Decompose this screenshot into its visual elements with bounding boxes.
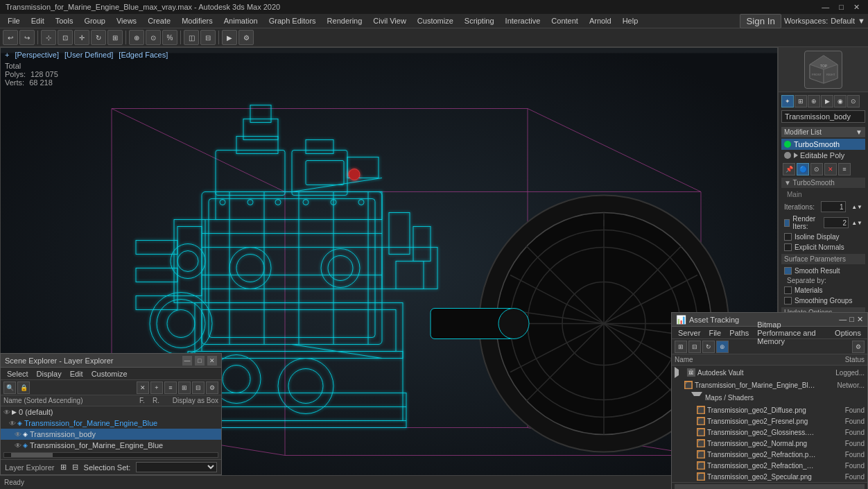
viewport-cube[interactable]: TOP FRONT RIGHT xyxy=(804,51,842,89)
undo-btn[interactable]: ↩ xyxy=(3,30,18,45)
motion-tab[interactable]: ▶ xyxy=(821,95,833,108)
se-menu-display[interactable]: Display xyxy=(33,369,65,379)
modifier-turbosmooth[interactable]: TurboSmooth xyxy=(781,139,865,150)
at-btn5[interactable]: ⚙ xyxy=(852,341,865,353)
se-search-btn[interactable]: 🔍 xyxy=(3,381,16,394)
menu-scripting[interactable]: Scripting xyxy=(460,15,499,26)
utilities-tab[interactable]: ⊙ xyxy=(847,95,860,108)
menu-edit[interactable]: Edit xyxy=(26,15,49,26)
menu-animation[interactable]: Animation xyxy=(219,15,263,26)
at-btn3[interactable]: ↻ xyxy=(702,341,715,353)
se-filter-btn[interactable]: ≡ xyxy=(164,381,177,394)
at-menu-options[interactable]: Options xyxy=(831,328,865,338)
at-row-glossiness[interactable]: ⬛ Transmission_geo2_Glossiness.png Found xyxy=(672,427,867,438)
menu-interactive[interactable]: Interactive xyxy=(501,15,546,26)
se-bottom-icon2[interactable]: ⊟ xyxy=(72,463,78,472)
at-row-fresnel[interactable]: ⬛ Transmission_geo2_Fresnel.png Found xyxy=(672,415,867,427)
menu-arnold[interactable]: Arnold xyxy=(584,15,616,26)
workspace-dropdown-icon[interactable]: ▼ xyxy=(858,17,865,25)
smoothing-groups-checkbox[interactable] xyxy=(784,297,792,304)
close-btn[interactable]: ✕ xyxy=(851,3,862,12)
iterations-spinner[interactable]: ▲▼ xyxy=(851,204,862,210)
at-btn2[interactable]: ⊟ xyxy=(688,341,701,353)
se-row-transmission-body[interactable]: 👁 ◈ Transmission_body xyxy=(1,429,221,440)
align-btn[interactable]: ⊟ xyxy=(200,30,216,45)
at-row-specular[interactable]: ⬛ Transmission_geo2_Specular.png Found xyxy=(672,471,867,482)
se-maximize-btn[interactable]: □ xyxy=(195,356,205,366)
se-row-0-eye[interactable]: 👁 xyxy=(3,409,10,416)
menu-create[interactable]: Create xyxy=(143,15,175,26)
at-row-main-file[interactable]: ⬛ Transmission_for_Marine_Engine_Blue_ma… xyxy=(672,379,867,391)
modifier-list-header[interactable]: Modifier List ▼ xyxy=(781,127,865,137)
at-row-refraction[interactable]: ⬛ Transmission_geo2_Refraction.png Found xyxy=(672,449,867,460)
se-selection-set-dropdown[interactable] xyxy=(136,462,217,472)
se-add-btn[interactable]: + xyxy=(150,381,163,394)
turbosmooth-rollout-header[interactable]: ▼ TurboSmooth xyxy=(781,178,865,188)
se-x-btn[interactable]: ✕ xyxy=(137,381,149,394)
at-maximize-btn[interactable]: □ xyxy=(849,315,854,324)
display-tab[interactable]: ◉ xyxy=(834,95,847,108)
menu-graph-editors[interactable]: Graph Editors xyxy=(264,15,321,26)
se-row-tbody-eye[interactable]: 👁 xyxy=(15,431,21,438)
se-horizontal-scrollbar[interactable] xyxy=(3,452,218,458)
explicit-normals-checkbox[interactable] xyxy=(784,243,792,251)
redo-btn[interactable]: ↪ xyxy=(19,30,35,45)
se-row-tb-eye[interactable]: 👁 xyxy=(9,420,16,427)
se-menu-edit[interactable]: Edit xyxy=(67,369,87,379)
scale-btn[interactable]: ⊞ xyxy=(107,30,123,45)
minimize-btn[interactable]: — xyxy=(819,3,832,12)
surface-params-header[interactable]: Surface Parameters xyxy=(781,254,865,264)
menu-civil-view[interactable]: Civil View xyxy=(368,15,410,26)
materials-checkbox[interactable] xyxy=(784,286,792,294)
at-menu-bitmap[interactable]: Bitmap Performance and Memory xyxy=(754,320,830,346)
at-btn1[interactable]: ⊞ xyxy=(675,341,687,353)
menu-file[interactable]: File xyxy=(3,15,25,26)
sign-in-button[interactable]: Sign In xyxy=(740,14,781,28)
at-scrollbar[interactable] xyxy=(675,484,865,489)
menu-help[interactable]: Help xyxy=(618,15,643,26)
menu-views[interactable]: Views xyxy=(112,15,141,26)
render-btn[interactable]: ▶ xyxy=(222,30,237,45)
menu-tools[interactable]: Tools xyxy=(51,15,78,26)
se-row-transmission-blue[interactable]: 👁 ◈ Transmission_for_Marine_Engine_Blue xyxy=(1,418,221,429)
move-btn[interactable]: ✛ xyxy=(74,30,89,45)
rotate-btn[interactable]: ↻ xyxy=(91,30,106,45)
smooth-result-checkbox[interactable] xyxy=(784,267,792,275)
se-layers-btn[interactable]: ⊞ xyxy=(178,381,191,394)
mirror-btn[interactable]: ◫ xyxy=(184,30,199,45)
menu-rendering[interactable]: Rendering xyxy=(322,15,367,26)
at-row-diffuse[interactable]: ⬛ Transmission_geo2_Diffuse.png Found xyxy=(672,404,867,415)
se-minimize-btn[interactable]: — xyxy=(182,356,192,366)
at-minimize-btn[interactable]: — xyxy=(839,315,847,324)
se-bottom-icon1[interactable]: ⊞ xyxy=(60,463,67,472)
isoline-checkbox[interactable] xyxy=(784,233,792,241)
snap-btn[interactable]: ⊕ xyxy=(129,30,144,45)
render-setup-btn[interactable]: ⚙ xyxy=(238,30,254,45)
show-end-result-btn[interactable]: 🔵 xyxy=(797,163,809,175)
se-lock-btn[interactable]: 🔒 xyxy=(17,381,30,394)
modify-tab[interactable]: ⊞ xyxy=(795,95,807,108)
configure-sets-btn[interactable]: ≡ xyxy=(838,163,851,175)
at-close-btn[interactable]: ✕ xyxy=(857,315,863,324)
make-unique-btn[interactable]: ⊙ xyxy=(810,163,823,175)
at-row-vault[interactable]: 🏛 Autodesk Vault Logged... xyxy=(672,366,867,379)
select-region-btn[interactable]: ⊡ xyxy=(58,30,73,45)
hierarchy-tab[interactable]: ⊕ xyxy=(808,95,820,108)
se-options-btn[interactable]: ⚙ xyxy=(206,381,218,394)
object-name-input[interactable] xyxy=(781,110,865,123)
iterations-input[interactable] xyxy=(821,201,846,212)
modifier-editable-poly[interactable]: Editable Poly xyxy=(781,150,865,161)
se-close-btn[interactable]: ✕ xyxy=(207,356,217,366)
at-menu-paths[interactable]: Paths xyxy=(726,328,752,338)
render-iters-spinner[interactable]: ▲▼ xyxy=(851,220,862,226)
menu-content[interactable]: Content xyxy=(546,15,583,26)
at-row-normal[interactable]: ⬛ Transmission_geo2_Normal.png Found xyxy=(672,438,867,449)
at-menu-server[interactable]: Server xyxy=(675,328,704,338)
menu-customize[interactable]: Customize xyxy=(413,15,458,26)
maximize-btn[interactable]: □ xyxy=(836,3,847,12)
select-btn[interactable]: ⊹ xyxy=(41,30,56,45)
create-tab[interactable]: ✦ xyxy=(781,95,794,108)
se-row-0-default[interactable]: 👁 ▶ 0 (default) xyxy=(1,406,221,418)
se-menu-select[interactable]: Select xyxy=(3,369,32,379)
at-btn4[interactable]: ⊕ xyxy=(716,341,729,353)
